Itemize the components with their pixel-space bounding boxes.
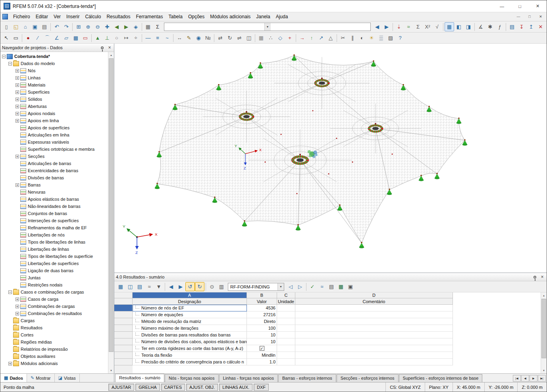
tree-item[interactable]: Nós bbox=[0, 67, 108, 74]
tree-expander[interactable] bbox=[15, 155, 19, 158]
zoom-in-icon[interactable]: ⊕ bbox=[83, 22, 93, 31]
row-header[interactable] bbox=[114, 311, 133, 318]
tree-item[interactable]: Espessuras variáveis bbox=[0, 138, 108, 146]
cell-unidade[interactable] bbox=[277, 318, 295, 325]
next-view-icon[interactable]: ▶ bbox=[121, 22, 131, 31]
navigator-tab[interactable]: ◪ Vistas bbox=[55, 374, 80, 382]
tree-item[interactable]: Superfícies bbox=[0, 88, 108, 96]
isometric-view-icon[interactable]: ◈ bbox=[131, 22, 141, 31]
status-toggle[interactable]: AJUSTAR bbox=[108, 384, 134, 391]
table-nav-button[interactable]: ▶ bbox=[530, 375, 537, 382]
navigator-scrollbar[interactable]: ▲ ▼ bbox=[108, 52, 114, 373]
cell-comentario[interactable] bbox=[295, 338, 453, 345]
tree-item[interactable]: Libertações de superfícies bbox=[0, 260, 108, 267]
results-tab[interactable]: Linhas - forças nos apoios bbox=[219, 374, 278, 382]
table-scrollbar[interactable]: ▲ ▼ bbox=[541, 292, 547, 373]
table-row[interactable]: Ter em conta rigidezes ao corte das barr… bbox=[114, 345, 541, 352]
table-row[interactable]: Método de resolução da matriz Direto bbox=[114, 318, 541, 325]
tree-item[interactable]: Dados do modelo bbox=[0, 60, 108, 67]
table-nav-button[interactable]: ▶| bbox=[538, 375, 546, 382]
tree-expander[interactable] bbox=[15, 98, 19, 101]
view-y-icon[interactable]: ↑ bbox=[307, 33, 316, 42]
results-tab[interactable]: Nós - forças nos apoios bbox=[165, 374, 219, 382]
smooth-results-icon[interactable]: ≈ bbox=[317, 282, 327, 291]
panel-icon[interactable]: ◨ bbox=[464, 22, 473, 31]
corner-cell[interactable] bbox=[114, 292, 133, 298]
calculator-icon[interactable]: ▣ bbox=[346, 282, 355, 291]
pan-icon[interactable]: ✚ bbox=[102, 22, 112, 31]
new-solid-icon[interactable]: ▩ bbox=[71, 33, 81, 42]
child-restore-button[interactable]: □ bbox=[524, 13, 535, 20]
next-result-icon[interactable]: ▷ bbox=[295, 282, 305, 291]
mirror-icon[interactable]: ⇌ bbox=[235, 33, 244, 42]
row-header[interactable] bbox=[114, 325, 133, 332]
select-icon[interactable]: ↖ bbox=[2, 33, 11, 42]
tree-item[interactable]: Regiões médias bbox=[0, 338, 108, 346]
row-header[interactable] bbox=[114, 359, 133, 365]
tree-item[interactable]: Juntas bbox=[0, 274, 108, 281]
tables-icon[interactable]: ▦ bbox=[445, 22, 454, 31]
cell-valor[interactable]: 10 bbox=[247, 338, 277, 345]
tree-item[interactable]: Articulações em linha bbox=[0, 131, 108, 138]
tree-item[interactable]: Apoios nodais bbox=[0, 110, 108, 117]
column-letter-d[interactable]: D bbox=[295, 292, 453, 298]
tree-item[interactable]: Cobertura-tenda* bbox=[0, 53, 108, 60]
filter-icon[interactable]: ▼ bbox=[154, 282, 164, 291]
move-icon[interactable]: ⇄ bbox=[216, 33, 225, 42]
snap-icon[interactable]: ∴ bbox=[266, 33, 275, 42]
cell-valor[interactable]: ✓ bbox=[247, 345, 277, 352]
print-icon[interactable]: ▤ bbox=[40, 22, 49, 31]
pin-icon[interactable] bbox=[534, 276, 536, 279]
menu-item[interactable]: Ficheiro bbox=[10, 12, 33, 21]
scrollbar-thumb[interactable] bbox=[109, 58, 114, 352]
tree-item[interactable]: Nervuras bbox=[0, 188, 108, 196]
next-load-case-icon[interactable]: ▶ bbox=[382, 22, 391, 31]
new-arc-icon[interactable]: ⌒ bbox=[42, 33, 52, 42]
status-toggle[interactable]: DXF bbox=[254, 384, 269, 391]
new-node-icon[interactable]: ● bbox=[23, 33, 33, 42]
stop-calculation-icon[interactable]: ✕ bbox=[536, 22, 545, 31]
tree-item[interactable]: Secções bbox=[0, 153, 108, 160]
viewport-3d[interactable]: X Y Z X Y Z bbox=[114, 44, 547, 273]
column-letter-c[interactable]: C bbox=[277, 292, 295, 298]
cell-valor[interactable]: 1.0 bbox=[247, 359, 277, 365]
tree-expander[interactable] bbox=[8, 290, 12, 294]
cell-valor[interactable]: 10 bbox=[247, 332, 277, 338]
checkbox-checked[interactable]: ✓ bbox=[260, 346, 264, 351]
cell-unidade[interactable] bbox=[277, 311, 295, 318]
child-close-button[interactable]: ✕ bbox=[535, 13, 546, 20]
superposition-icon[interactable]: Σ bbox=[413, 22, 423, 31]
eccentricity-icon[interactable]: ↦ bbox=[121, 33, 131, 42]
tree-item[interactable]: Apoios de superfícies bbox=[0, 124, 108, 131]
tree-item[interactable]: Combinações de cargas bbox=[0, 303, 108, 310]
status-toggle[interactable]: LINHAS AUX. bbox=[219, 384, 252, 391]
tree-item[interactable]: Relatórios de impressão bbox=[0, 346, 108, 353]
maximize-button[interactable]: □ bbox=[511, 0, 529, 12]
new-surface-icon[interactable]: ▱ bbox=[62, 33, 71, 42]
menu-item[interactable]: Tabela bbox=[166, 12, 185, 21]
calculation-icon[interactable]: Σ bbox=[153, 22, 162, 31]
tree-expander[interactable] bbox=[8, 62, 12, 65]
column-letter-b[interactable]: B bbox=[247, 292, 277, 298]
show-results-icon[interactable]: ≈ bbox=[404, 22, 413, 31]
dimension-icon[interactable]: ↔ bbox=[175, 33, 184, 42]
minimize-button[interactable]: — bbox=[493, 0, 511, 12]
cell-valor[interactable]: Direto bbox=[247, 318, 277, 325]
help-icon[interactable]: ? bbox=[395, 33, 405, 42]
row-header[interactable] bbox=[114, 338, 133, 345]
new-cable-icon[interactable]: ~ bbox=[162, 33, 172, 42]
cell-unidade[interactable] bbox=[277, 325, 295, 332]
comment-icon[interactable]: ✎ bbox=[184, 33, 194, 42]
render-mode-icon[interactable]: ◐ bbox=[357, 33, 367, 42]
tree-item[interactable]: Restrições nodais bbox=[0, 281, 108, 288]
cell-valor[interactable]: 4536 bbox=[247, 305, 277, 311]
child-minimize-button[interactable]: — bbox=[513, 13, 524, 20]
table-settings-icon[interactable]: ▦ bbox=[116, 282, 125, 291]
cell-unidade[interactable] bbox=[277, 359, 295, 365]
tree-item[interactable]: Tipos de libertações de superfície bbox=[0, 253, 108, 260]
rotate-icon[interactable]: ↻ bbox=[225, 33, 235, 42]
tree-expander[interactable] bbox=[15, 312, 19, 315]
menu-item[interactable]: Resultados bbox=[104, 12, 133, 21]
tree-expander[interactable] bbox=[15, 112, 19, 115]
tree-item[interactable]: Materiais bbox=[0, 81, 108, 88]
